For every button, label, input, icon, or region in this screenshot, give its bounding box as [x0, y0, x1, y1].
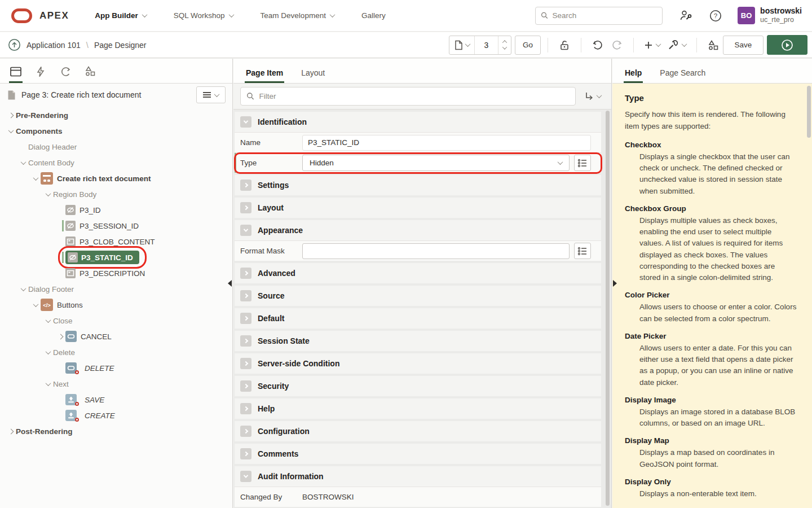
global-search	[535, 7, 663, 25]
button-icon	[65, 331, 77, 342]
section-header-help[interactable]: Help	[235, 398, 601, 419]
tree-item-next-group[interactable]: Next	[0, 376, 232, 392]
section-header-advanced[interactable]: Advanced	[235, 263, 601, 283]
tree-item-dialog-footer[interactable]: Dialog Footer	[0, 281, 232, 297]
page-finder-button[interactable]	[449, 36, 474, 54]
tab-page-shared-components[interactable]	[78, 58, 103, 83]
nav-app-builder[interactable]: App Builder	[83, 6, 158, 25]
help-icon[interactable]: ?	[709, 10, 722, 22]
tree-item-components[interactable]: Components	[0, 123, 232, 139]
expand-icon	[240, 335, 251, 347]
name-input[interactable]	[302, 135, 591, 151]
tree-menu-button[interactable]	[196, 86, 226, 103]
section-header-session-state[interactable]: Session State	[235, 331, 601, 351]
tree-item-close[interactable]: Close	[0, 313, 232, 329]
section-comments: Comments	[235, 444, 601, 464]
section-header-layout[interactable]: Layout	[235, 198, 601, 218]
help-desc: Allows users to enter a date. For this y…	[625, 343, 797, 388]
create-menu-button[interactable]	[641, 36, 664, 55]
user-avatar[interactable]: BO	[738, 7, 755, 24]
tab-page-item[interactable]: Page Item	[237, 62, 292, 83]
field-row-changed-by: Changed By BOSTROWSKI	[235, 487, 601, 507]
format-mask-input[interactable]	[302, 243, 570, 259]
page-number-stepper[interactable]	[498, 36, 511, 54]
tree-item-content-body[interactable]: Content Body	[0, 155, 232, 170]
search-input[interactable]	[553, 11, 657, 20]
chevron-down-icon	[45, 380, 51, 386]
tree-item-create-rich-text-document[interactable]: Create rich text document	[0, 170, 232, 186]
nav-sql-workshop[interactable]: SQL Workshop	[162, 6, 245, 25]
user-menu[interactable]: bostrowski uc_rte_pro	[760, 6, 802, 25]
collapse-left-panel-arrow[interactable]	[228, 280, 232, 287]
tree-item-region-body[interactable]: Region Body	[0, 186, 232, 202]
tab-page-search[interactable]: Page Search	[651, 62, 714, 83]
expand-icon	[240, 313, 251, 324]
page-number-input[interactable]	[475, 41, 498, 50]
tab-layout[interactable]: Layout	[292, 62, 334, 83]
breadcrumb-application[interactable]: Application 101	[27, 41, 81, 50]
section-header-identification[interactable]: Identification	[235, 112, 601, 132]
tree-item-post-rendering[interactable]: Post-Rendering	[0, 423, 232, 439]
tab-processing[interactable]	[53, 59, 78, 83]
nav-team-development[interactable]: Team Development	[249, 6, 346, 25]
type-quick-pick-button[interactable]	[574, 155, 591, 171]
tab-help[interactable]: Help	[616, 62, 651, 83]
section-configuration: Configuration	[235, 421, 601, 441]
nav-gallery[interactable]: Gallery	[350, 6, 397, 25]
tree-item-dialog-header[interactable]: Dialog Header	[0, 139, 232, 155]
redo-icon[interactable]	[607, 36, 626, 55]
rendering-tree: Pre-Rendering Components Dialog Header C…	[0, 106, 232, 439]
go-to-application-icon[interactable]	[8, 38, 21, 51]
chevron-down-icon	[20, 286, 26, 291]
tree-item-p3-id[interactable]: P3_ID	[0, 202, 232, 218]
go-to-group-button[interactable]	[581, 89, 603, 103]
tree-item-p3-session-id[interactable]: P3_SESSION_ID	[0, 218, 232, 234]
lock-unlocked-icon[interactable]	[555, 36, 574, 55]
expand-icon	[240, 290, 251, 301]
tree-item-cancel[interactable]: CANCEL	[0, 329, 232, 344]
section-header-settings[interactable]: Settings	[235, 175, 601, 195]
section-header-source[interactable]: Source	[235, 286, 601, 306]
section-header-appearance[interactable]: Appearance	[235, 220, 601, 240]
section-header-server-side-condition[interactable]: Server-side Condition	[235, 353, 601, 374]
chevron-right-icon	[8, 112, 14, 118]
tab-rendering[interactable]	[3, 59, 28, 83]
chevron-down-icon	[45, 317, 51, 323]
tree-item-save-button[interactable]: SAVE	[0, 392, 232, 408]
utilities-menu-button[interactable]	[664, 36, 690, 55]
format-mask-quick-pick-button[interactable]	[574, 243, 591, 259]
collapse-right-panel-arrow[interactable]	[613, 280, 617, 287]
tree-item-p3-clob-content[interactable]: P3_CLOB_CONTENT	[0, 234, 232, 249]
shared-components-icon[interactable]	[704, 36, 723, 55]
tree-item-pre-rendering[interactable]: Pre-Rendering	[0, 107, 232, 123]
run-application-button[interactable]	[767, 35, 807, 55]
chevron-down-icon	[465, 41, 471, 47]
help-term: Display Map	[625, 436, 797, 445]
tree-item-delete-button[interactable]: DELETE	[0, 360, 232, 376]
rendering-tree-panel: Page 3: Create rich text document Pre-Re…	[0, 59, 233, 508]
properties-scrollbar[interactable]	[606, 111, 610, 506]
menu-icon	[203, 92, 211, 98]
section-layout: Layout	[235, 198, 601, 218]
section-header-audit-information[interactable]: Audit Information	[235, 466, 601, 487]
filter-input[interactable]	[259, 92, 570, 100]
type-select[interactable]: Hidden	[302, 155, 570, 171]
tab-dynamic-actions[interactable]	[28, 59, 53, 83]
go-button[interactable]: Go	[515, 36, 541, 55]
section-header-configuration[interactable]: Configuration	[235, 421, 601, 441]
section-header-default[interactable]: Default	[235, 308, 601, 329]
administration-icon[interactable]	[679, 10, 692, 21]
save-button[interactable]: Save	[723, 36, 764, 55]
tree-item-buttons[interactable]: Buttons	[0, 297, 232, 313]
section-header-security[interactable]: Security	[235, 376, 601, 396]
tree-item-delete-group[interactable]: Delete	[0, 344, 232, 360]
brand[interactable]: APEX	[0, 8, 83, 23]
tree-item-p3-static-id[interactable]: P3_STATIC_ID	[0, 249, 232, 265]
undo-icon[interactable]	[588, 36, 607, 55]
section-advanced: Advanced	[235, 263, 601, 283]
help-scrollbar[interactable]	[807, 86, 811, 138]
section-header-comments[interactable]: Comments	[235, 444, 601, 464]
tree-item-p3-description[interactable]: P3_DESCRIPTION	[0, 265, 232, 281]
tree-item-create-button[interactable]: CREATE	[0, 408, 232, 423]
hidden-item-icon	[65, 205, 76, 215]
